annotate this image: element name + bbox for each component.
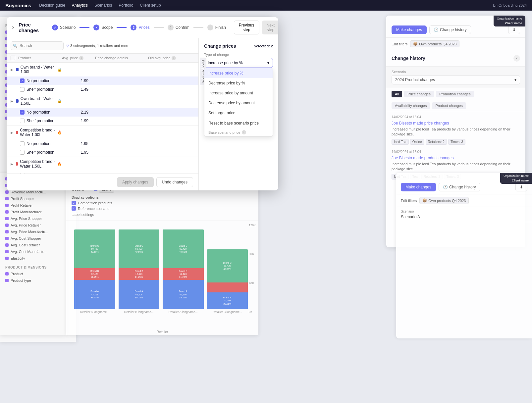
type-label: Type of change [204, 53, 273, 57]
child-price-no-promo-comp-1: 1.95 [62, 141, 95, 146]
dropdown-item-decrease-amt[interactable]: Decrease price by amount [204, 98, 273, 108]
step-label-scenario: Scenario [60, 25, 76, 30]
chevron-icon-4: ▶ [11, 162, 13, 166]
dropdown-item-reset[interactable]: Reset to base scenario price [204, 118, 273, 128]
step-label-scope: Scope [101, 25, 113, 30]
group-row-comp-1[interactable]: ▶ Competition brand - Water 1.00L 🔥 [7, 126, 198, 139]
group-row-own-1[interactable]: ▶ Own brand - Water 1.00L 🔒 [7, 63, 198, 76]
child-name-no-promo-comp-1: No promotion [20, 141, 62, 146]
group-own-2: ▶ Own brand - Water 1.50L 🔒 [7, 94, 198, 126]
modal-footer: Apply changes Undo changes [7, 174, 198, 190]
stepper-actions: Previous step Next step [234, 21, 278, 34]
prev-step-btn[interactable]: Previous step [234, 21, 259, 34]
checkbox-shelf-promo-2[interactable] [20, 119, 25, 123]
chevron-icon: ▶ [11, 68, 13, 72]
step-scope: ✓ Scope [89, 25, 117, 30]
group-own-1: ▶ Own brand - Water 1.00L 🔒 [7, 63, 198, 94]
col-product: Product [11, 56, 62, 60]
step-num-confirm: 4 [168, 25, 174, 30]
flame-icon-2: 🔥 [57, 162, 62, 166]
stepper: ✓ Scenario ✓ Scope 3 Prices 4 [48, 25, 230, 30]
modal-close-btn[interactable]: × [12, 24, 15, 31]
dropdown-item-target[interactable]: Set target price [204, 108, 273, 118]
step-num-finish [207, 25, 213, 30]
step-label-confirm: Confirm [176, 25, 189, 30]
change-prices-header: Change prices Selected: 2 [204, 43, 273, 49]
onboarding-badge: Bn Onboarding 2024 [493, 3, 527, 7]
filter-info: ▽ 3 subsegments, 1 retailers and more [66, 44, 130, 48]
chevron-down-icon-dropdown: ▾ [267, 61, 269, 65]
child-row-shelf-promo-2[interactable]: Shelf promotion 1.99 [7, 117, 198, 125]
step-confirm: 4 Confirm [164, 25, 193, 30]
child-name-shelf-promo-2: Shelf promotion [20, 119, 62, 123]
checkbox-no-promo-comp-1[interactable] [20, 141, 25, 146]
table-header: Product Avg. price i Price change detail… [7, 54, 198, 63]
dropdown-item-increase-pct[interactable]: Increase price by % [204, 68, 273, 78]
main-area: Product dimensions Liter Revenue Shopper… [0, 11, 532, 403]
type-dropdown-trigger[interactable]: Increase price by % ▾ [204, 58, 273, 68]
avg-price-info: i [79, 56, 83, 60]
connector-3 [154, 27, 164, 28]
child-price-shelf-promo-1: 1.49 [62, 87, 95, 92]
col-old-avg-price: Old avg. price i [148, 56, 188, 60]
filter-icon: ▽ [66, 44, 69, 48]
flame-icon-1: 🔥 [57, 130, 62, 135]
step-finish: Finish [203, 25, 230, 30]
connector-1 [80, 27, 89, 28]
group-name-own-2: ▶ Own brand - Water 1.50L 🔒 [11, 96, 62, 106]
checkbox-no-promo-2[interactable] [20, 110, 25, 115]
checkbox-no-promo-1[interactable] [20, 78, 25, 83]
step-scenario: ✓ Scenario [48, 25, 80, 30]
search-input[interactable] [11, 41, 64, 50]
group-row-own-2[interactable]: ▶ Own brand - Water 1.50L 🔒 [7, 94, 198, 108]
child-name-shelf-promo-comp-1: Shelf promotion [20, 150, 62, 155]
dropdown-item-decrease-pct[interactable]: Decrease price by % [204, 78, 273, 88]
child-name-shelf-promo-1: Shelf promotion [20, 87, 62, 92]
child-name-no-promo-2: No promotion [20, 110, 62, 115]
group-row-comp-2[interactable]: ▶ Competition brand - Water 1.50L 🔥 [7, 157, 198, 171]
chevron-icon-3: ▶ [11, 131, 13, 134]
type-dropdown-menu: Increase price by % Decrease price by % … [204, 68, 273, 137]
child-row-shelf-promo-comp-1[interactable]: Shelf promotion 1.95 [7, 148, 198, 157]
col-price-change: Price change details [95, 56, 148, 60]
price-changes-modal: × Price changes ✓ Scenario ✓ Scope 3 [7, 17, 278, 190]
checkbox-no-promo-comp-2[interactable] [20, 173, 25, 174]
checkbox-shelf-promo-1[interactable] [20, 87, 25, 92]
group-name-comp-2: ▶ Competition brand - Water 1.50L 🔥 [11, 159, 62, 169]
dropdown-item-increase-amt[interactable]: Increase price by amount [204, 88, 273, 98]
change-prices-panel: Change prices Selected: 2 Type of change… [199, 38, 278, 190]
brand-logo: Buynomics [5, 3, 31, 8]
search-wrap: 🔍 [11, 41, 64, 50]
child-row-no-promo-comp-2[interactable]: No promotion 1.95 [7, 171, 198, 174]
step-num-scope: ✓ [93, 25, 99, 30]
next-step-btn[interactable]: Next step [262, 21, 278, 34]
comp-brand-icon-1 [16, 131, 18, 134]
child-row-no-promo-1[interactable]: No promotion 1.99 [7, 76, 198, 85]
apply-changes-btn[interactable]: Apply changes [117, 177, 154, 187]
modal-overlay: × Price changes ✓ Scenario ✓ Scope 3 [0, 11, 532, 403]
step-num-scenario: ✓ [52, 25, 58, 30]
select-all-checkbox[interactable] [11, 56, 15, 60]
child-row-shelf-promo-1[interactable]: Shelf promotion 1.49 [7, 85, 198, 94]
child-row-no-promo-comp-1[interactable]: No promotion 1.95 [7, 139, 198, 148]
type-of-change-section: Type of change Increase price by % ▾ Inc… [204, 53, 273, 68]
modal-header: × Price changes ✓ Scenario ✓ Scope 3 [7, 17, 278, 38]
own-brand-icon-2 [16, 99, 19, 103]
dropdown-item-base: Base scenario price i [204, 128, 273, 136]
nav-portfolio[interactable]: Portfolio [119, 3, 133, 8]
child-row-no-promo-2[interactable]: No promotion 2.19 [7, 108, 198, 117]
nav-decision-guide[interactable]: Decision guide [39, 3, 65, 8]
nav-client-setup[interactable]: Client setup [140, 3, 161, 8]
group-comp-2: ▶ Competition brand - Water 1.50L 🔥 [7, 157, 198, 174]
group-name-comp-1: ▶ Competition brand - Water 1.00L 🔥 [11, 128, 62, 137]
undo-changes-btn[interactable]: Undo changes [156, 177, 193, 187]
nav-scenarios[interactable]: Scenarios [94, 3, 112, 8]
child-price-shelf-promo-2: 1.99 [62, 119, 95, 123]
connector-2 [117, 27, 127, 28]
group-name-own-1: ▶ Own brand - Water 1.00L 🔒 [11, 65, 62, 74]
nav-analytics[interactable]: Analytics [72, 3, 88, 8]
checkbox-shelf-promo-comp-1[interactable] [20, 150, 25, 155]
base-scenario-info-icon: i [242, 130, 246, 134]
lock-icon-1: 🔒 [57, 68, 62, 72]
search-icon: 🔍 [13, 44, 18, 48]
